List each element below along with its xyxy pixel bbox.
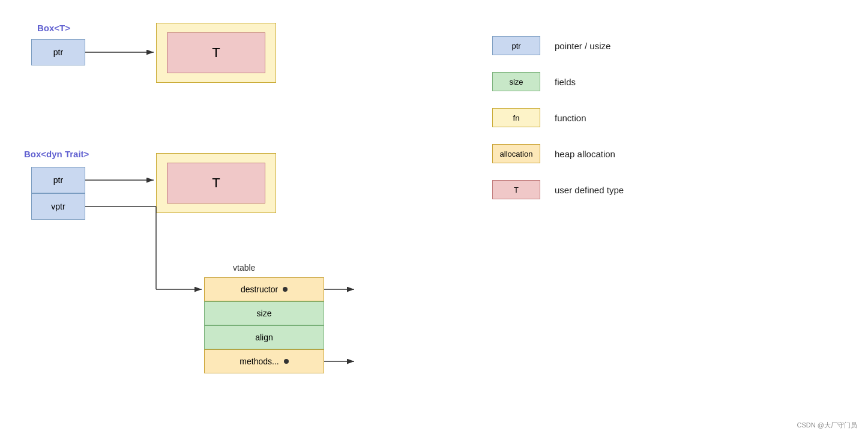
box-dyn-vptr: vptr xyxy=(31,193,85,220)
legend-desc-t: user defined type xyxy=(555,185,624,195)
vtable-align-row: align xyxy=(204,325,324,349)
box-dyn-label: Box<dyn Trait> xyxy=(24,149,89,159)
legend-desc-fn: function xyxy=(555,113,586,123)
methods-dot xyxy=(284,359,289,364)
vtable-label: vtable xyxy=(233,263,255,273)
box-t-ptr: ptr xyxy=(31,39,85,65)
legend-desc-ptr: pointer / usize xyxy=(555,41,610,51)
vtable-size-row: size xyxy=(204,301,324,325)
legend-row-fn: fn function xyxy=(492,108,624,127)
box-dyn-value: T xyxy=(167,163,265,203)
destructor-dot xyxy=(283,287,288,292)
legend-box-size: size xyxy=(492,72,540,91)
legend-row-size: size fields xyxy=(492,72,624,91)
vtable-methods-row: methods... xyxy=(204,349,324,373)
legend-desc-allocation: heap allocation xyxy=(555,149,615,159)
arrows-svg xyxy=(0,0,868,437)
legend-box-allocation: allocation xyxy=(492,144,540,163)
box-dyn-ptr: ptr xyxy=(31,167,85,193)
legend-box-ptr: ptr xyxy=(492,36,540,55)
vtable-destructor-row: destructor xyxy=(204,277,324,301)
box-t-value: T xyxy=(167,32,265,73)
legend-box-fn: fn xyxy=(492,108,540,127)
box-t-label: Box<T> xyxy=(37,23,70,33)
legend: ptr pointer / usize size fields fn funct… xyxy=(492,36,624,216)
footer: CSDN @大厂守门员 xyxy=(797,421,857,430)
legend-row-allocation: allocation heap allocation xyxy=(492,144,624,163)
legend-box-t: T xyxy=(492,180,540,199)
legend-desc-size: fields xyxy=(555,77,576,87)
legend-row-t: T user defined type xyxy=(492,180,624,199)
legend-row-ptr: ptr pointer / usize xyxy=(492,36,624,55)
